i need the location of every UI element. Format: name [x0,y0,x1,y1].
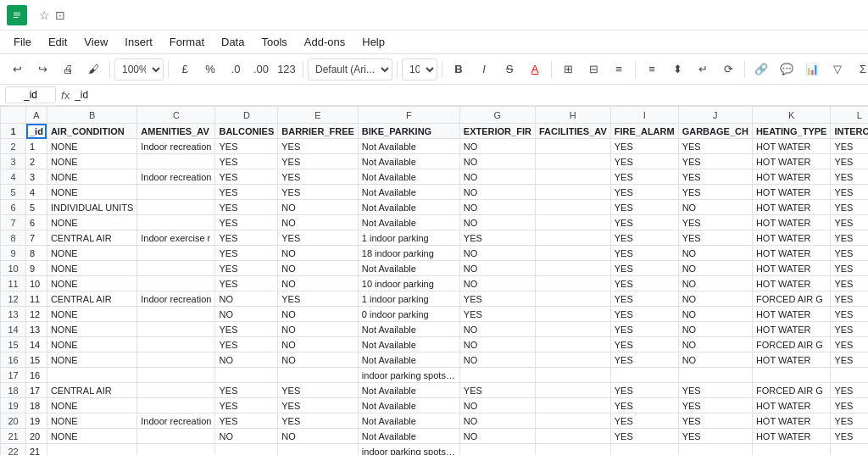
cell-B17[interactable] [47,368,136,383]
cell-I6[interactable]: YES [610,200,678,215]
cell-H11[interactable] [535,276,610,291]
cell-E4[interactable]: YES [278,169,359,185]
cell-A19[interactable]: 18 [26,398,47,413]
cell-L14[interactable]: YES [831,322,868,337]
cell-K16[interactable]: HOT WATER [752,352,831,368]
format-number-button[interactable]: 123 [275,58,298,81]
menu-tools[interactable]: Tools [254,34,293,50]
cell-D7[interactable]: YES [215,215,278,230]
cell-J4[interactable]: YES [678,169,752,185]
cell-K11[interactable]: HOT WATER [752,276,831,291]
cell-L8[interactable]: YES [831,230,868,246]
cell-J16[interactable]: NO [678,352,752,368]
cell-H18[interactable] [535,383,610,398]
cell-E19[interactable]: YES [278,398,359,413]
cell-L20[interactable]: YES [831,413,868,429]
undo-button[interactable]: ↩ [5,58,29,81]
decimal-decrease-button[interactable]: .0 [224,58,248,81]
cell-I13[interactable]: YES [610,307,678,322]
cell-G19[interactable]: NO [459,398,535,413]
cell-A12[interactable]: 11 [26,291,47,307]
cell-F4[interactable]: Not Available [358,169,459,185]
cell-C18[interactable] [137,383,215,398]
cell-C20[interactable]: Indoor recreation [137,413,215,429]
cell-G3[interactable]: NO [459,154,535,169]
cell-G14[interactable]: NO [459,322,535,337]
cell-J12[interactable]: NO [678,291,752,307]
cell-C8[interactable]: Indoor exercise r [137,230,215,246]
cell-I19[interactable]: YES [610,398,678,413]
cell-K15[interactable]: FORCED AIR G [752,337,831,352]
cell-J2[interactable]: YES [678,139,752,154]
cell-H10[interactable] [535,261,610,276]
cell-D8[interactable]: YES [215,230,278,246]
cell-A22[interactable]: 21 [26,444,47,456]
table-wrapper[interactable]: A B C D E F G H I J K L M 1 [0,106,868,455]
cell-H5[interactable] [535,185,610,200]
cell-D6[interactable]: YES [215,200,278,215]
cell-F14[interactable]: Not Available [358,322,459,337]
cell-C7[interactable] [137,215,215,230]
cell-K10[interactable]: HOT WATER [752,261,831,276]
cell-F22[interactable]: indoor parking spots and outdoor parking… [358,444,459,456]
cell-D21[interactable]: NO [215,429,278,444]
cell-D13[interactable]: NO [215,307,278,322]
cell-A14[interactable]: 13 [26,322,47,337]
cell-D17[interactable] [215,368,278,383]
print-button[interactable]: 🖨 [56,58,80,81]
cell-H1[interactable]: FACILITIES_AV [535,124,610,139]
cell-J10[interactable]: NO [678,261,752,276]
cell-E21[interactable]: NO [278,429,359,444]
cell-K19[interactable]: HOT WATER [752,398,831,413]
cell-B3[interactable]: NONE [47,154,136,169]
menu-insert[interactable]: Insert [118,34,159,50]
cell-D10[interactable]: YES [215,261,278,276]
cell-I9[interactable]: YES [610,246,678,261]
cell-F13[interactable]: 0 indoor parking [358,307,459,322]
cell-D11[interactable]: YES [215,276,278,291]
cell-J5[interactable]: YES [678,185,752,200]
cell-E8[interactable]: YES [278,230,359,246]
cell-E2[interactable]: YES [278,139,359,154]
cell-L1[interactable]: INTERCOM [831,124,868,139]
cell-L18[interactable]: YES [831,383,868,398]
cell-A5[interactable]: 4 [26,185,47,200]
italic-button[interactable]: I [472,58,496,81]
cell-H15[interactable] [535,337,610,352]
cell-J15[interactable]: NO [678,337,752,352]
folder-icon[interactable]: ⊡ [55,8,65,22]
cell-K21[interactable]: HOT WATER [752,429,831,444]
col-header-C[interactable]: C [137,107,215,124]
cell-I11[interactable]: YES [610,276,678,291]
cell-L7[interactable]: YES [831,215,868,230]
cell-J1[interactable]: GARBAGE_CH [678,124,752,139]
cell-A9[interactable]: 8 [26,246,47,261]
cell-B12[interactable]: CENTRAL AIR [47,291,136,307]
cell-L19[interactable]: YES [831,398,868,413]
functions-button[interactable]: Σ [851,58,868,81]
cell-E12[interactable]: YES [278,291,359,307]
cell-E22[interactable] [278,444,359,456]
wrap-button[interactable]: ↵ [691,58,715,81]
cell-K3[interactable]: HOT WATER [752,154,831,169]
cell-E17[interactable] [278,368,359,383]
cell-F19[interactable]: Not Available [358,398,459,413]
cell-A1[interactable]: _id [26,124,47,139]
cell-B15[interactable]: NONE [47,337,136,352]
cell-B1[interactable]: AIR_CONDITION [47,124,136,139]
cell-J19[interactable]: YES [678,398,752,413]
col-header-E[interactable]: E [278,107,359,124]
cell-K7[interactable]: HOT WATER [752,215,831,230]
cell-C6[interactable] [137,200,215,215]
cell-I20[interactable]: YES [610,413,678,429]
cell-L5[interactable]: YES [831,185,868,200]
cell-C5[interactable] [137,185,215,200]
paint-format-button[interactable]: 🖌 [81,58,105,81]
cell-I14[interactable]: YES [610,322,678,337]
cell-B13[interactable]: NONE [47,307,136,322]
cell-K17[interactable] [752,368,831,383]
cell-D14[interactable]: YES [215,322,278,337]
cell-C13[interactable] [137,307,215,322]
cell-E1[interactable]: BARRIER_FREE [278,124,359,139]
cell-D19[interactable]: YES [215,398,278,413]
